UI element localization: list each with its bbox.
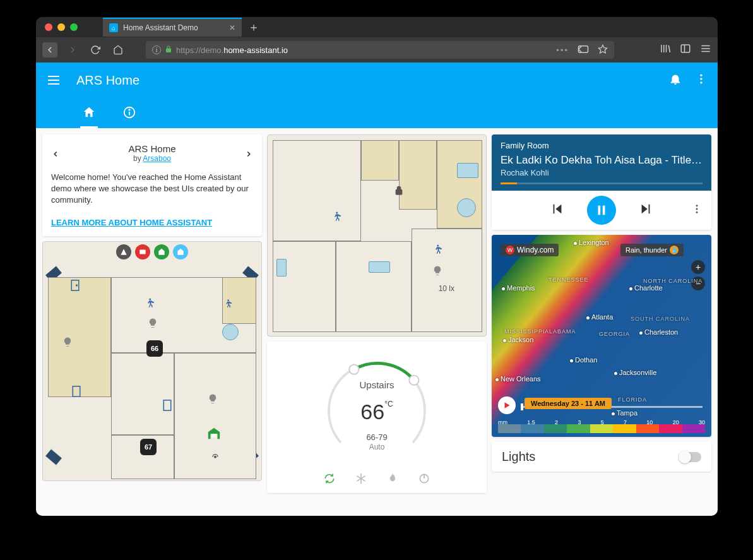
lock-icon	[165, 45, 172, 55]
tab-home[interactable]	[80, 98, 98, 128]
new-tab-button[interactable]: ＋	[248, 20, 259, 35]
minimize-window-button[interactable]	[57, 23, 65, 31]
svg-point-36	[409, 376, 418, 385]
door-icon[interactable]	[163, 400, 172, 411]
fp-room	[399, 140, 437, 210]
svg-marker-3	[598, 45, 607, 53]
app-menu-icon[interactable]	[700, 43, 711, 57]
author-link[interactable]: Arsaboo	[143, 154, 171, 163]
motion-icon[interactable]	[432, 244, 443, 255]
close-tab-icon[interactable]: ✕	[229, 23, 235, 32]
thermostat-badge[interactable]: 66	[146, 340, 163, 357]
notifications-icon[interactable]	[668, 72, 682, 88]
svg-rect-0	[579, 45, 588, 52]
maximize-window-button[interactable]	[70, 23, 78, 31]
camera-icon[interactable]	[45, 449, 62, 465]
hvac-cool-icon[interactable]	[355, 472, 367, 488]
media-progress-bar[interactable]	[501, 182, 703, 184]
forward-button[interactable]	[65, 42, 80, 57]
media-pause-button[interactable]	[587, 196, 616, 225]
status-badge-home[interactable]	[154, 244, 169, 259]
weather-map-card[interactable]: WWindy.com Rain, thunder💧 + − Lexington …	[492, 235, 711, 437]
prev-demo-button[interactable]	[51, 148, 60, 162]
weather-play-button[interactable]	[498, 396, 516, 414]
status-badge-alarm[interactable]	[116, 244, 131, 259]
status-badges	[116, 244, 188, 259]
svg-point-17	[700, 78, 702, 80]
door-icon[interactable]	[71, 280, 80, 291]
bookmark-icon[interactable]	[598, 44, 608, 56]
media-more-icon[interactable]	[691, 203, 703, 217]
thermostat-temperature: 66°C	[360, 400, 393, 424]
sidebar-toggle-icon[interactable]	[680, 43, 691, 57]
back-button[interactable]	[42, 42, 57, 57]
lightbulb-icon[interactable]	[432, 265, 443, 277]
weather-provider-badge[interactable]: WWindy.com	[501, 244, 559, 256]
lightbulb-icon[interactable]	[62, 337, 73, 348]
thermostat-badge[interactable]: 67	[140, 439, 157, 455]
home-button[interactable]	[110, 42, 126, 57]
svg-point-25	[227, 299, 229, 301]
close-window-button[interactable]	[45, 23, 52, 31]
doorbell-icon[interactable]	[210, 450, 220, 460]
map-region-label: ALABAMA	[545, 328, 576, 335]
garage-icon[interactable]	[207, 426, 221, 440]
svg-point-33	[336, 212, 338, 214]
weather-scale-bar	[498, 424, 705, 433]
url-actions-icon[interactable]: •••	[556, 45, 569, 55]
reader-view-icon[interactable]	[578, 45, 589, 56]
media-prev-button[interactable]	[550, 202, 564, 218]
fp-room	[273, 140, 361, 241]
thermostat-mode: Auto	[369, 443, 385, 451]
hvac-off-icon[interactable]	[418, 472, 430, 488]
floorplan-main-card[interactable]: 66 67	[42, 241, 262, 481]
motion-icon[interactable]	[223, 299, 233, 309]
fp-room	[437, 140, 482, 229]
fp-room	[273, 241, 336, 332]
zoom-in-button[interactable]: +	[691, 260, 705, 274]
library-icon[interactable]	[660, 43, 671, 57]
welcome-author: by Arsaboo	[51, 154, 253, 163]
hvac-auto-icon[interactable]	[323, 472, 336, 488]
thermostat-name: Upstairs	[359, 379, 394, 390]
svg-point-34	[437, 245, 439, 247]
next-demo-button[interactable]	[244, 148, 253, 162]
lock-icon[interactable]	[394, 186, 404, 196]
svg-point-48	[696, 205, 698, 206]
hvac-heat-icon[interactable]	[386, 472, 399, 488]
fp-room	[412, 229, 482, 332]
svg-point-28	[215, 456, 216, 458]
lightbulb-icon[interactable]	[207, 393, 218, 405]
floorplan-upper-card[interactable]: 10 lx	[267, 134, 487, 337]
window-controls	[36, 23, 78, 31]
media-artist-label: Rochak Kohli	[501, 168, 703, 177]
status-badge-tv[interactable]	[135, 244, 150, 259]
svg-rect-44	[598, 206, 601, 215]
media-next-button[interactable]	[639, 202, 653, 218]
motion-icon[interactable]	[331, 211, 342, 222]
welcome-card: ARS Home by Arsaboo Welcome home! You've…	[42, 134, 262, 236]
weather-layer-badge[interactable]: Rain, thunder💧	[620, 244, 684, 256]
map-city-label: Memphis	[502, 284, 535, 292]
reload-button[interactable]	[88, 42, 103, 57]
tab-info[interactable]	[121, 98, 138, 128]
site-info-icon[interactable]: i	[152, 45, 161, 54]
hamburger-menu-icon[interactable]	[46, 73, 61, 88]
toilet-icon	[222, 324, 239, 340]
address-bar[interactable]: i https://demo.home-assistant.io •••	[146, 41, 614, 59]
map-region-label: SOUTH CAROLINA	[631, 316, 690, 322]
browser-tab[interactable]: ⌂ Home Assistant Demo ✕	[103, 18, 242, 37]
lights-toggle[interactable]	[679, 452, 701, 462]
map-city-label: New Orleans	[495, 375, 541, 383]
svg-point-24	[149, 298, 151, 300]
svg-marker-22	[121, 249, 126, 254]
lightbulb-icon[interactable]	[147, 318, 158, 329]
lights-title: Lights	[502, 450, 535, 464]
door-icon[interactable]	[72, 386, 81, 397]
motion-icon[interactable]	[144, 297, 155, 309]
map-region-label: TENNESSEE	[548, 277, 589, 283]
overflow-menu-icon[interactable]	[695, 73, 708, 88]
status-badge-presence[interactable]	[173, 244, 188, 259]
learn-more-link[interactable]: LEARN MORE ABOUT HOME ASSISTANT	[51, 218, 253, 227]
thermostat-card[interactable]: Upstairs 66°C 66-79 Auto	[267, 342, 487, 493]
